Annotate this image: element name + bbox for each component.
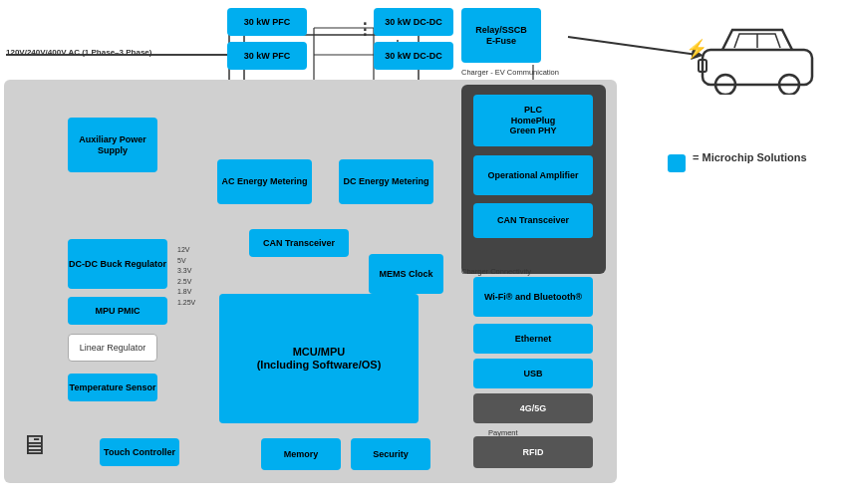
pfc1-box: 30 kW PFC (227, 8, 307, 36)
ac-input-label: 120V/240V/400V AC (1 Phase–3 Phase) (6, 48, 151, 58)
memory-box: Memory (261, 438, 341, 470)
charge-connector: ⚡ (686, 38, 707, 60)
charger-conn-label: Charger Connectivity (461, 267, 531, 276)
voltage-5v: 5V (177, 256, 195, 267)
4g5g-box: 4G/5G (473, 393, 593, 423)
voltage-12v: 12V (177, 245, 195, 256)
plc-box: PLC HomePlug Green PHY (473, 95, 593, 146)
charger-ev-label: Charger - EV Communication (461, 68, 559, 77)
security-box: Security (351, 438, 430, 470)
mcu-box: MCU/MPU (Including Software/OS) (219, 294, 419, 423)
mems-box: MEMS Clock (369, 254, 443, 294)
legend-text: = Microchip Solutions (693, 151, 807, 163)
voltage-1v8: 1.8V (177, 287, 195, 298)
dcdc2-box: 30 kW DC-DC (374, 42, 453, 70)
voltage-labels: 12V 5V 3.3V 2.5V 1.8V 1.25V (177, 245, 195, 308)
touch-ctrl-box: Touch Controller (100, 438, 179, 466)
rfid-box: RFID (473, 436, 593, 468)
tablet-icon: 🖥 (20, 428, 48, 461)
linear-reg-box: Linear Regulator (68, 334, 157, 362)
pfc2-box: 30 kW PFC (227, 42, 307, 70)
ethernet-box: Ethernet (473, 324, 593, 354)
can-trans1-box: CAN Transceiver (249, 229, 349, 257)
mpu-pmic-box: MPU PMIC (68, 297, 167, 325)
temp-sensor-box: Temperature Sensor (68, 374, 157, 401)
car-icon (698, 20, 817, 100)
voltage-3v3: 3.3V (177, 266, 195, 277)
relay-box: Relay/SSCB E-Fuse (461, 8, 541, 63)
op-amp-box: Operational Amplifier (473, 155, 593, 195)
svg-rect-43 (703, 50, 812, 85)
voltage-2v5: 2.5V (177, 277, 195, 288)
svg-line-14 (568, 37, 698, 55)
wifi-box: Wi-Fi® and Bluetooth® (473, 277, 593, 317)
main-container: ⋮ (0, 0, 847, 504)
dc-buck-box: DC-DC Buck Regulator (68, 239, 167, 289)
aux-power-box: Auxiliary Power Supply (68, 118, 157, 172)
dots-separator: ⋮ (357, 20, 373, 39)
usb-box: USB (473, 359, 593, 388)
legend-color-box (668, 154, 686, 172)
dcdc1-box: 30 kW DC-DC (374, 8, 453, 36)
voltage-1v25: 1.25V (177, 298, 195, 309)
ac-energy-box: AC Energy Metering (217, 159, 312, 204)
can-trans2-box: CAN Transceiver (473, 203, 593, 238)
dc-energy-box: DC Energy Metering (339, 159, 433, 204)
